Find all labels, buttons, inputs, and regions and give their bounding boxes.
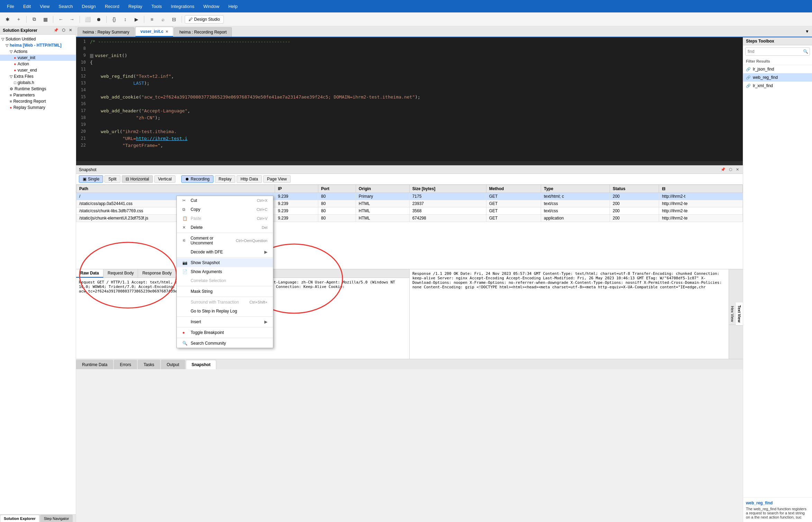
snapshot-pin-icon[interactable]: 📌	[720, 167, 727, 172]
request-body-tab[interactable]: Request Body	[103, 269, 138, 278]
bottom-tabs-bar: Runtime Data Errors Tasks Output Snapsho…	[76, 359, 743, 369]
http-data-filter-btn[interactable]: Http Data	[237, 175, 262, 183]
tree-recording-report[interactable]: ≡ Recording Report	[0, 98, 76, 104]
search-box[interactable]: 🔍	[745, 47, 810, 56]
ctx-comment[interactable]: ⚟ Comment or Uncomment Ctrl+OemQuestion	[177, 234, 273, 248]
toolbox-web-reg-find[interactable]: 🔗 web_reg_find	[743, 73, 812, 82]
menu-file[interactable]: File	[3, 2, 18, 11]
menu-help[interactable]: Help	[224, 2, 242, 11]
ctx-mask[interactable]: Mask String	[177, 287, 273, 296]
toolbar-braces-btn[interactable]: {}	[109, 15, 119, 24]
close-icon[interactable]: ✕	[68, 28, 73, 33]
ctx-search-community[interactable]: 🔍 Search Community	[177, 339, 273, 348]
ctx-delete[interactable]: ✕ Delete Del	[177, 223, 273, 232]
toolbar-search-btn[interactable]: ⌕	[158, 15, 168, 24]
tree-parameters[interactable]: ≡ Parameters	[0, 92, 76, 98]
recording-filter-btn[interactable]: ⏺ Recording	[181, 175, 213, 183]
vertical-view-btn[interactable]: Vertical	[154, 175, 175, 183]
ctx-surround-shortcut: Ctrl+Shift+	[249, 300, 267, 304]
hex-view-tab[interactable]: Hex View	[729, 303, 736, 325]
ctx-cut-label: Cut	[191, 198, 197, 203]
separator-3	[80, 16, 80, 23]
filter-icon[interactable]: ⊟	[662, 186, 665, 191]
tree-runtime-settings[interactable]: ⚙ Runtime Settings	[0, 86, 76, 92]
step-navigator-tab[interactable]: Step Navigator	[40, 515, 73, 522]
search-input[interactable]	[746, 48, 802, 55]
separator-6	[182, 16, 182, 23]
tasks-tab[interactable]: Tasks	[138, 360, 160, 369]
tree-globals[interactable]: □ globals.h	[0, 80, 76, 86]
toolbar-copy-btn[interactable]: ⧉	[29, 15, 39, 24]
tab-recording-report-label: heima : Recording Report	[179, 30, 227, 35]
single-view-btn[interactable]: ▣ Single	[79, 175, 103, 183]
design-studio-btn[interactable]: 🖊 Design Studio	[185, 15, 224, 24]
response-body-tab[interactable]: Response Body	[138, 269, 176, 278]
page-view-filter-btn[interactable]: Page View	[263, 175, 291, 183]
ctx-copy[interactable]: ⧉ Copy Ctrl+C	[177, 205, 273, 214]
toolbar-grid-btn[interactable]: ▦	[40, 15, 50, 24]
ctx-insert[interactable]: Insert ▶	[177, 317, 273, 326]
tab-vuser-init[interactable]: vuser_init.c ✕	[135, 27, 174, 37]
horizontal-view-btn[interactable]: ⊟ Horizontal	[122, 175, 153, 183]
toolbar-forward-btn[interactable]: →	[67, 15, 77, 24]
tree-vuser-end[interactable]: ● vuser_end	[0, 67, 76, 73]
ctx-copy-label: Copy	[191, 207, 200, 212]
tab-overflow-arrow[interactable]: ▼	[805, 29, 809, 34]
menu-window[interactable]: Window	[199, 2, 223, 11]
toolbar-add-btn[interactable]: ＋	[14, 15, 24, 24]
toolbar-settings-btn[interactable]: ⊟	[169, 15, 179, 24]
code-editor[interactable]: 1 /* -----------------------------------…	[76, 37, 743, 165]
ctx-show-args[interactable]: 📄 Show Arguments	[177, 267, 273, 276]
snapshot-dock-icon[interactable]: ⬡	[728, 167, 733, 172]
menu-search[interactable]: Search	[54, 2, 77, 11]
menu-integrations[interactable]: Integrations	[167, 2, 199, 11]
toolbar-step-btn[interactable]: ↕	[120, 15, 130, 24]
tree-project[interactable]: ▽ heima [Web - HTTP/HTML]	[0, 42, 76, 48]
toolbar-align-btn[interactable]: ≡	[147, 15, 157, 24]
lr-xml-find-label: lr_xml_find	[753, 83, 773, 88]
solution-explorer-tab[interactable]: Solution Explorer	[0, 515, 39, 522]
menu-design[interactable]: Design	[78, 2, 100, 11]
toolbar-screenshot-btn[interactable]: ⬜	[83, 15, 92, 24]
ctx-decode[interactable]: Decode with DFE ▶	[177, 248, 273, 257]
ctx-goto-replay[interactable]: Go to Step in Replay Log	[177, 307, 273, 316]
text-view-tab[interactable]: Text View	[736, 302, 743, 326]
code-horizontal-scroll[interactable]	[76, 161, 743, 165]
tree-solution[interactable]: ▽ Solution Untitled	[0, 36, 76, 42]
errors-tab[interactable]: Errors	[114, 360, 137, 369]
ctx-breakpoint[interactable]: ● Toggle Breakpoint	[177, 328, 273, 337]
split-view-btn[interactable]: Split	[104, 175, 120, 183]
col-path: Path	[76, 185, 275, 193]
ctx-show-snapshot[interactable]: 📷 Show Snapshot	[177, 258, 273, 267]
replay-filter-btn[interactable]: Replay	[215, 175, 235, 183]
runtime-data-tab[interactable]: Runtime Data	[76, 360, 113, 369]
tree-extra-files[interactable]: ▽ Extra Files	[0, 73, 76, 80]
tab-replay-summary[interactable]: heima : Replay Summary	[77, 27, 135, 37]
menu-record[interactable]: Record	[101, 2, 124, 11]
vuser-init-label: vuser_init	[18, 55, 35, 60]
snapshot-bottom-tab[interactable]: Snapshot	[186, 360, 217, 369]
dock-icon[interactable]: ⬡	[61, 28, 66, 33]
tab-recording-report[interactable]: heima : Recording Report	[174, 27, 232, 37]
toolbar-asterisk-btn[interactable]: ✱	[3, 15, 12, 24]
snapshot-close-icon[interactable]: ✕	[735, 167, 740, 172]
raw-data-tab[interactable]: Raw Data	[76, 269, 103, 278]
pin-icon[interactable]: 📌	[53, 28, 60, 33]
menu-replay[interactable]: Replay	[124, 2, 146, 11]
menu-view[interactable]: View	[36, 2, 54, 11]
ctx-cut[interactable]: ✂ Cut Ctrl+X	[177, 196, 273, 205]
toolbox-lr-json-find[interactable]: 🔗 lr_json_find	[743, 65, 812, 73]
tree-action[interactable]: ● Action	[0, 61, 76, 67]
tree-replay-summary[interactable]: ● Replay Summary	[0, 104, 76, 111]
menu-tools[interactable]: Tools	[147, 2, 166, 11]
output-tab[interactable]: Output	[161, 360, 185, 369]
toolbar-back-btn[interactable]: ←	[56, 15, 66, 24]
toolbar-record-btn[interactable]: ⏺	[94, 15, 103, 24]
tab-vuser-init-close[interactable]: ✕	[165, 30, 168, 34]
tree-actions[interactable]: ▽ Actions	[0, 48, 76, 55]
menu-edit[interactable]: Edit	[19, 2, 35, 11]
toolbox-lr-xml-find[interactable]: 🔗 lr_xml_find	[743, 82, 812, 90]
toolbar-play-btn[interactable]: ▶	[131, 15, 141, 24]
tree-vuser-init[interactable]: ● vuser_init	[0, 55, 76, 61]
tab-replay-summary-label: heima : Replay Summary	[83, 30, 129, 35]
